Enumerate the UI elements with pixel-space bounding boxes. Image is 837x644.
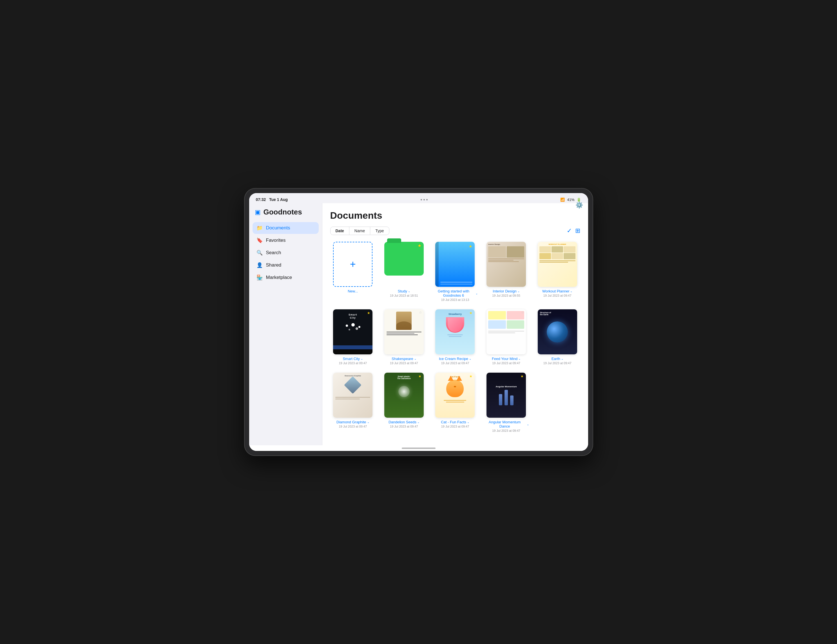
app-body: ▣ Goodnotes 📁 Documents 🔖 Favorites 🔍 Se… bbox=[249, 203, 588, 445]
diamond-graphite-thumbnail: Diamond & Graphite bbox=[333, 373, 373, 418]
doc-name-diamond-graphite: Diamond Graphite ⌄ bbox=[336, 420, 369, 424]
doc-name-ice-cream: Ice Cream Recipe ⌄ bbox=[439, 357, 471, 361]
panel-toggle-icon[interactable]: ▣ bbox=[255, 208, 261, 216]
sidebar-item-marketplace-label: Marketplace bbox=[266, 275, 292, 280]
doc-date-shakespeare: 19 Jul 2023 at 09:47 bbox=[390, 361, 418, 365]
doc-item-new[interactable]: + New... bbox=[330, 242, 376, 302]
battery-percent: 41% bbox=[567, 198, 574, 202]
doc-name-cat-fun-facts: Cat - Fun Facts ⌄ bbox=[441, 420, 469, 424]
page-title: Documents bbox=[330, 210, 382, 221]
diamond-graphite-chevron-icon: ⌄ bbox=[367, 421, 369, 424]
study-star-icon: ★ bbox=[417, 243, 422, 248]
doc-date-ice-cream: 19 Jul 2023 at 09:47 bbox=[441, 361, 469, 365]
ice-cream-thumbnail: Strawberry ★ bbox=[435, 309, 475, 354]
documents-grid: + New... ★ bbox=[330, 242, 580, 433]
dot-3 bbox=[426, 199, 428, 200]
study-chevron-icon: ⌄ bbox=[408, 290, 410, 293]
status-date: Tue 1 Aug bbox=[269, 197, 288, 202]
smart-city-thumbnail: SmartCity ★ bbox=[333, 309, 373, 354]
sidebar-item-shared[interactable]: 👤 Shared bbox=[253, 259, 319, 271]
sidebar-item-documents-label: Documents bbox=[266, 225, 290, 231]
doc-date-angular-momentum: 19 Jul 2023 at 09:47 bbox=[492, 429, 520, 433]
search-icon: 🔍 bbox=[256, 250, 263, 256]
doc-date-feed-your-mind: 19 Jul 2023 at 09:47 bbox=[492, 361, 520, 365]
doc-name-new: New... bbox=[348, 289, 358, 293]
content-header: Documents bbox=[330, 210, 580, 221]
doc-item-ice-cream[interactable]: Strawberry ★ Ice Cream Recipe bbox=[432, 309, 478, 365]
doc-name-angular-momentum: Angular Momentum Dance ⌄ bbox=[483, 420, 529, 428]
doc-item-interior-design[interactable]: Interior Design Interi bbox=[483, 242, 529, 302]
doc-name-study: Study ⌄ bbox=[398, 289, 410, 293]
doc-item-angular-momentum[interactable]: Angular Momentum ★ Angular Momentum Da bbox=[483, 373, 529, 433]
grid-view-button[interactable]: ⊞ bbox=[575, 227, 580, 234]
view-controls: ✓ ⊞ bbox=[567, 227, 580, 234]
doc-date-study: 19 Jul 2023 at 18:51 bbox=[390, 294, 418, 297]
doc-item-smart-city[interactable]: SmartCity ★ bbox=[330, 309, 376, 365]
doc-item-earth[interactable]: Structure ofthe Earth Earth ⌄ 19 Jul 202… bbox=[535, 309, 580, 365]
select-button[interactable]: ✓ bbox=[567, 227, 572, 234]
sidebar-item-marketplace[interactable]: 🏪 Marketplace bbox=[253, 272, 319, 283]
app-title: Goodnotes bbox=[264, 208, 302, 216]
home-bar bbox=[402, 447, 435, 449]
settings-button[interactable]: ⚙️ bbox=[576, 203, 583, 209]
doc-date-diamond-graphite: 19 Jul 2023 at 09:47 bbox=[339, 425, 367, 428]
sort-tabs-container: Date Name Type ✓ ⊞ bbox=[330, 226, 580, 235]
documents-icon: 📁 bbox=[256, 225, 263, 231]
marketplace-icon: 🏪 bbox=[256, 274, 263, 280]
sidebar-item-shared-label: Shared bbox=[266, 262, 282, 268]
sidebar-item-favorites[interactable]: 🔖 Favorites bbox=[253, 234, 319, 246]
feed-your-mind-chevron-icon: ⌄ bbox=[518, 357, 520, 360]
status-center-dots bbox=[421, 199, 428, 200]
sidebar-item-search[interactable]: 🔍 Search bbox=[253, 247, 319, 259]
angular-momentum-chevron-icon: ⌄ bbox=[527, 423, 529, 426]
doc-item-workout-planner[interactable]: WORKOUT PLANNER bbox=[535, 242, 580, 302]
shakespeare-thumbnail: ☆ bbox=[384, 309, 424, 354]
doc-item-cat-fun-facts[interactable]: Cat Facts ★ bbox=[432, 373, 478, 433]
doc-name-workout-planner: Workout Planner ⌄ bbox=[542, 289, 573, 293]
doc-name-feed-your-mind: Feed Your Mind ⌄ bbox=[492, 357, 520, 361]
sidebar-nav: 📁 Documents 🔖 Favorites 🔍 Search 👤 Share… bbox=[253, 222, 319, 283]
sidebar-item-documents[interactable]: 📁 Documents bbox=[253, 222, 319, 234]
doc-date-interior-design: 19 Jul 2023 at 09:55 bbox=[492, 294, 520, 297]
home-indicator bbox=[249, 445, 588, 451]
dot-2 bbox=[423, 199, 425, 200]
workout-planner-chevron-icon: ⌄ bbox=[570, 290, 572, 293]
main-content: ⚙️ Documents Date Name Type ✓ ⊞ bbox=[322, 203, 588, 445]
interior-design-chevron-icon: ⌄ bbox=[517, 290, 520, 293]
ipad-screen: 07:32 Tue 1 Aug 📶 41% 🔋 ▣ Goodnotes bbox=[249, 193, 588, 451]
doc-name-earth: Earth ⌄ bbox=[551, 357, 563, 361]
interior-design-thumbnail: Interior Design bbox=[486, 242, 526, 287]
status-right: 📶 41% 🔋 bbox=[560, 198, 581, 202]
sort-tab-date[interactable]: Date bbox=[330, 227, 350, 235]
new-doc-plus-icon: + bbox=[350, 258, 356, 270]
sidebar-header: ▣ Goodnotes bbox=[253, 208, 319, 216]
workout-planner-thumbnail: WORKOUT PLANNER bbox=[538, 242, 577, 287]
doc-item-feed-your-mind[interactable]: ☆ Feed Your Mind ⌄ 19 Jul 2023 at 09:47 bbox=[483, 309, 529, 365]
ipad-frame: 07:32 Tue 1 Aug 📶 41% 🔋 ▣ Goodnotes bbox=[244, 188, 593, 456]
sidebar-item-favorites-label: Favorites bbox=[266, 238, 286, 243]
doc-item-getting-started[interactable]: ★ Getting started with Goodnotes 6 ⌄ 19 … bbox=[432, 242, 478, 302]
doc-item-diamond-graphite[interactable]: Diamond & Graphite Diamond Graphite ⌄ bbox=[330, 373, 376, 433]
doc-date-getting-started: 19 Jul 2023 at 13:13 bbox=[441, 298, 469, 302]
new-doc-thumbnail: + bbox=[333, 242, 373, 287]
study-thumbnail: ★ bbox=[384, 242, 424, 287]
wifi-icon: 📶 bbox=[560, 198, 565, 202]
sort-group: Date Name Type bbox=[330, 226, 389, 235]
getting-started-chevron-icon: ⌄ bbox=[476, 292, 478, 295]
doc-item-dandelion-seeds[interactable]: Smart plants:The Dandelion ★ Dandelion S… bbox=[381, 373, 427, 433]
doc-date-cat-fun-facts: 19 Jul 2023 at 09:47 bbox=[441, 425, 469, 428]
doc-item-study[interactable]: ★ Study ⌄ 19 Jul 2023 at 18:51 bbox=[381, 242, 427, 302]
sort-tab-type[interactable]: Type bbox=[370, 227, 389, 235]
shared-icon: 👤 bbox=[256, 262, 263, 268]
doc-name-getting-started: Getting started with Goodnotes 6 ⌄ bbox=[432, 289, 478, 298]
dandelion-seeds-thumbnail: Smart plants:The Dandelion ★ bbox=[384, 373, 424, 418]
sidebar-item-search-label: Search bbox=[266, 250, 281, 256]
doc-name-shakespeare: Shakespeare ⌄ bbox=[392, 357, 416, 361]
cat-fun-facts-thumbnail: Cat Facts ★ bbox=[435, 373, 475, 418]
doc-item-shakespeare[interactable]: ☆ Shakespeare ⌄ 19 Jul 2023 at 09:47 bbox=[381, 309, 427, 365]
sort-tab-name[interactable]: Name bbox=[350, 227, 370, 235]
doc-date-smart-city: 19 Jul 2023 at 09:47 bbox=[339, 361, 367, 365]
doc-name-dandelion-seeds: Dandelion Seeds ⌄ bbox=[389, 420, 420, 424]
feed-your-mind-thumbnail: ☆ bbox=[486, 309, 526, 354]
earth-thumbnail: Structure ofthe Earth bbox=[538, 309, 577, 354]
